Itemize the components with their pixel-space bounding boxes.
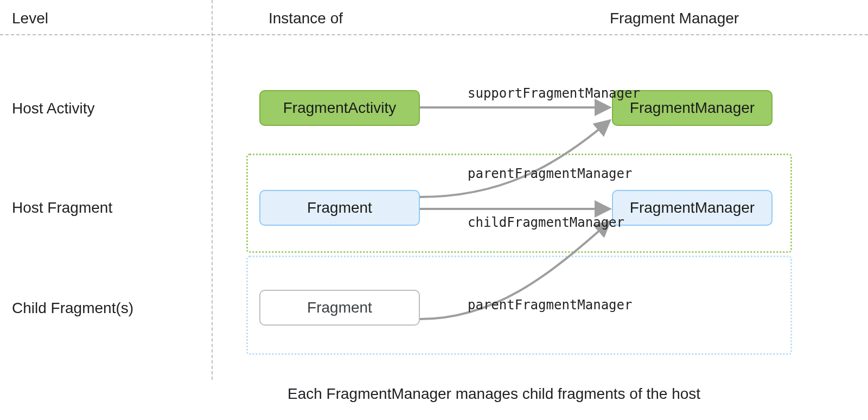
header-fragment-manager: Fragment Manager [610, 10, 739, 27]
node-fragment-activity: FragmentActivity [259, 90, 420, 126]
level-host-fragment: Host Fragment [12, 199, 112, 217]
edge-label-host-parent-fm: parentFragmentManager [468, 166, 632, 181]
level-host-activity: Host Activity [12, 100, 94, 117]
diagram-canvas: Level Instance of Fragment Manager Host … [0, 0, 868, 420]
node-host-fragment: Fragment [259, 190, 420, 226]
header-instance-of: Instance of [269, 10, 343, 27]
node-child-fragment: Fragment [259, 290, 420, 326]
edge-label-support-fm: supportFragmentManager [468, 86, 640, 101]
edge-label-child-parent-fm: parentFragmentManager [468, 297, 632, 313]
edge-label-host-child-fm: childFragmentManager [468, 215, 624, 230]
node-host-fragment-manager: FragmentManager [612, 190, 773, 226]
column-separator [212, 0, 213, 380]
header-separator [0, 34, 868, 35]
level-child-fragments: Child Fragment(s) [12, 300, 133, 317]
header-level: Level [12, 10, 48, 27]
caption: Each FragmentManager manages child fragm… [288, 385, 700, 403]
